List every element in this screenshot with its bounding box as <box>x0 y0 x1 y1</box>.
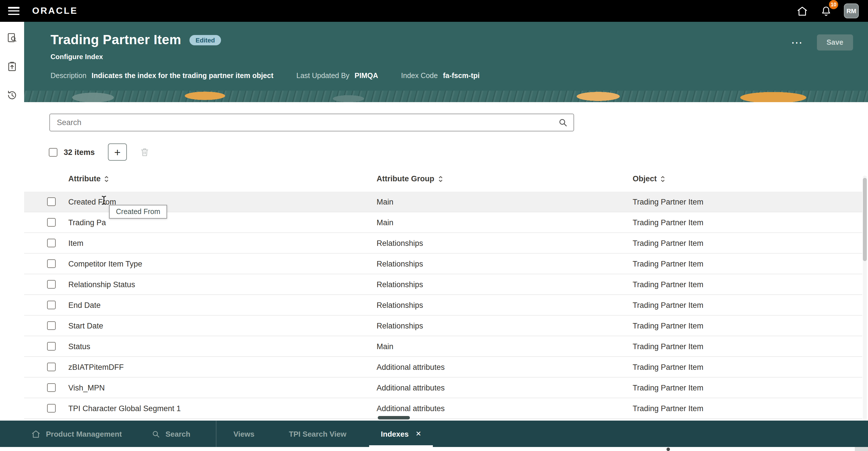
table-header: Attribute Attribute Group Object <box>24 174 862 192</box>
more-actions-icon[interactable]: ⋯ <box>791 37 803 48</box>
row-checkbox[interactable] <box>47 342 56 351</box>
cell-object: Trading Partner Item <box>632 301 704 309</box>
table-row[interactable]: End DateRelationshipsTrading Partner Ite… <box>24 295 862 316</box>
cell-object: Trading Partner Item <box>632 342 704 351</box>
history-icon[interactable] <box>5 88 19 102</box>
row-checkbox[interactable] <box>47 218 56 227</box>
cell-object: Trading Partner Item <box>632 259 704 268</box>
vertical-scrollbar-thumb[interactable] <box>863 178 867 261</box>
cell-attribute: TPI Character Global Segment 1 <box>68 404 181 413</box>
home-icon <box>31 429 41 439</box>
row-checkbox[interactable] <box>47 239 56 247</box>
avatar[interactable]: RM <box>844 3 859 19</box>
horizontal-scrollbar-thumb[interactable] <box>378 416 410 419</box>
cell-attribute: Trading Pa <box>68 218 106 227</box>
cell-attribute-group: Additional attributes <box>377 363 445 371</box>
table-row[interactable]: Relationship StatusRelationshipsTrading … <box>24 274 862 295</box>
scrollbar-corner <box>855 447 868 451</box>
save-button[interactable]: Save <box>817 34 853 51</box>
row-checkbox[interactable] <box>47 280 56 289</box>
tooltip: Created From <box>109 205 167 219</box>
bottom-home-link[interactable]: Product Management <box>31 429 122 439</box>
table-row[interactable]: Start DateRelationshipsTrading Partner I… <box>24 316 862 336</box>
search-icon <box>152 429 160 438</box>
topbar-actions: 10 RM <box>796 3 859 19</box>
row-checkbox[interactable] <box>47 259 56 268</box>
column-header-attribute[interactable]: Attribute <box>68 174 110 183</box>
cell-attribute-group: Main <box>377 342 394 351</box>
cell-attribute-group: Main <box>377 218 394 227</box>
tab-indexes[interactable]: Indexes ✕ <box>364 421 439 447</box>
cell-attribute: Competitor Item Type <box>68 259 143 268</box>
clipboard-export-icon[interactable] <box>5 60 19 73</box>
cell-attribute-group: Additional attributes <box>377 383 445 392</box>
cell-object: Trading Partner Item <box>632 321 704 330</box>
column-header-attribute-group[interactable]: Attribute Group <box>377 174 443 183</box>
bottom-strip <box>0 447 868 451</box>
main-content: 32 items + Attribute Attribute Group Obj… <box>24 102 868 421</box>
delete-button[interactable] <box>135 143 154 161</box>
bottom-bar: Product Management Search Views TPI Sear… <box>0 421 868 447</box>
row-checkbox[interactable] <box>47 383 56 392</box>
cell-attribute-group: Relationships <box>377 301 423 309</box>
column-header-object[interactable]: Object <box>632 174 665 183</box>
select-all-checkbox[interactable] <box>49 148 57 156</box>
table-row[interactable]: Vish_MPNAdditional attributesTrading Par… <box>24 378 862 398</box>
cell-object: Trading Partner Item <box>632 239 704 247</box>
page-title: Trading Partner Item <box>51 32 181 47</box>
cell-attribute: Vish_MPN <box>68 383 105 392</box>
cell-attribute: Relationship Status <box>68 280 135 289</box>
document-search-icon[interactable] <box>5 31 19 45</box>
sort-icon[interactable] <box>438 175 443 183</box>
row-checkbox[interactable] <box>47 363 56 371</box>
cell-object: Trading Partner Item <box>632 404 704 413</box>
row-checkbox[interactable] <box>47 197 56 206</box>
home-icon[interactable] <box>796 5 808 17</box>
sort-icon[interactable] <box>104 175 110 183</box>
cell-attribute-group: Relationships <box>377 280 423 289</box>
tab-strip: Views TPI Search View Indexes ✕ <box>216 421 439 447</box>
table-body: Created FromMainTrading Partner ItemTrad… <box>24 192 862 421</box>
table-row[interactable]: ItemRelationshipsTrading Partner Item <box>24 233 862 254</box>
close-icon[interactable]: ✕ <box>415 430 422 437</box>
row-checkbox[interactable] <box>47 404 56 413</box>
tab-views[interactable]: Views <box>216 421 272 447</box>
status-badge: Edited <box>189 35 221 45</box>
add-button[interactable]: + <box>108 143 127 161</box>
tab-tpi-search-view[interactable]: TPI Search View <box>272 421 363 447</box>
cell-attribute-group: Relationships <box>377 259 423 268</box>
cell-attribute: Start Date <box>68 321 103 330</box>
row-checkbox[interactable] <box>47 301 56 309</box>
search-input[interactable] <box>50 118 558 127</box>
table-row[interactable]: StatusMainTrading Partner Item <box>24 336 862 357</box>
notifications-icon[interactable]: 10 <box>820 5 832 17</box>
bottom-search-link[interactable]: Search <box>152 429 190 438</box>
oracle-logo: ORACLE <box>32 6 78 16</box>
table-row[interactable]: zBIATPitemDFFAdditional attributesTradin… <box>24 357 862 378</box>
table-row[interactable]: TPI Character Global Segment 1Additional… <box>24 398 862 419</box>
vertical-scrollbar[interactable] <box>863 175 867 421</box>
notification-badge: 10 <box>829 0 838 9</box>
meta-index-code: Index Code fa-fscm-tpi <box>401 72 479 80</box>
cell-object: Trading Partner Item <box>632 383 704 392</box>
left-rail <box>0 22 24 421</box>
indicator-dot <box>666 448 670 451</box>
page-subtitle: Configure Index <box>51 53 868 61</box>
cell-object: Trading Partner Item <box>632 197 704 206</box>
cell-attribute-group: Main <box>377 197 394 206</box>
cell-attribute: Status <box>68 342 90 351</box>
search-icon[interactable] <box>558 118 568 127</box>
cell-object: Trading Partner Item <box>632 280 704 289</box>
sort-icon[interactable] <box>660 175 665 183</box>
search-box <box>50 114 574 131</box>
top-bar: ORACLE 10 RM <box>0 0 868 22</box>
menu-icon[interactable] <box>8 7 20 15</box>
row-checkbox[interactable] <box>47 321 56 330</box>
meta-last-updated-by: Last Updated By PIMQA <box>297 72 378 80</box>
cell-attribute: Item <box>68 239 84 247</box>
meta-description: Description Indicates the index for the … <box>51 72 274 80</box>
table-row[interactable]: Competitor Item TypeRelationshipsTrading… <box>24 254 862 274</box>
list-toolbar: 32 items + <box>49 143 154 161</box>
decorative-band <box>24 91 868 102</box>
cell-attribute: zBIATPitemDFF <box>68 363 124 371</box>
